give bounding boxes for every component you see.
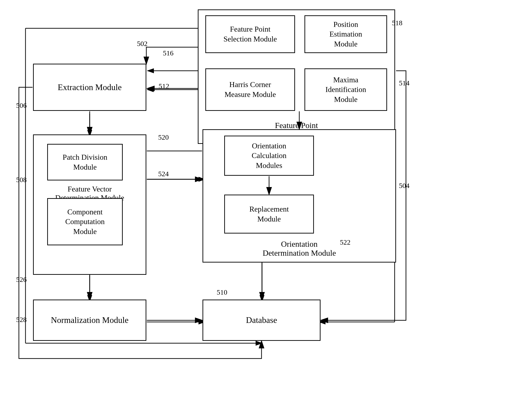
diagram: Feature PointIdentification Module Featu…	[0, 0, 532, 409]
orientation-determination-label: OrientationDetermination Module	[203, 240, 395, 258]
position-estimation-box: PositionEstimationModule	[304, 15, 387, 53]
extraction-module-box: Extraction Module	[33, 64, 146, 111]
database-box: Database	[202, 299, 321, 341]
ref-528: 528	[16, 316, 27, 324]
component-computation-box: ComponentComputationModule	[47, 198, 123, 245]
feature-point-selection-box: Feature PointSelection Module	[205, 15, 295, 53]
ref-520: 520	[158, 133, 169, 141]
orientation-calculation-box: OrientationCalculationModules	[224, 136, 314, 176]
ref-506: 506	[16, 102, 27, 110]
patch-division-box: Patch DivisionModule	[47, 144, 123, 180]
ref-512: 512	[159, 82, 169, 90]
maxima-identification-box: MaximaIdentificationModule	[304, 68, 387, 111]
ref-504: 504	[399, 182, 409, 190]
normalization-module-box: Normalization Module	[33, 299, 146, 341]
ref-502: 502	[137, 40, 148, 48]
harris-corner-box: Harris CornerMeasure Module	[205, 68, 295, 111]
ref-508: 508	[16, 176, 27, 184]
ref-514: 514	[399, 79, 409, 87]
ref-516: 516	[163, 49, 173, 57]
ref-522: 522	[340, 238, 351, 246]
ref-510: 510	[217, 288, 227, 296]
ref-526: 526	[16, 276, 27, 284]
replacement-module-box: ReplacementModule	[224, 195, 314, 233]
ref-518: 518	[392, 19, 402, 27]
ref-524: 524	[158, 170, 169, 178]
